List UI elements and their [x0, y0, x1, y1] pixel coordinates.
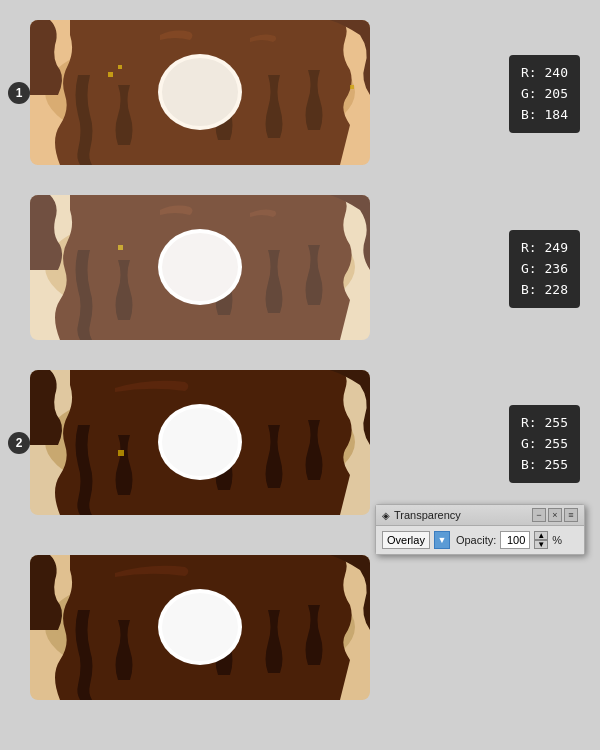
svg-rect-9 [30, 20, 370, 165]
panel-menu-button[interactable]: ≡ [564, 508, 578, 522]
panel-icon: ◈ [382, 510, 390, 521]
color-badge-3: R: 255 G: 255 B: 255 [509, 405, 580, 483]
step-number-2: 2 [8, 432, 30, 454]
donut-image-4 [30, 555, 370, 700]
blend-mode-select[interactable]: Overlay [382, 531, 430, 549]
step-number-1: 1 [8, 82, 30, 104]
panel-minimize-button[interactable]: − [532, 508, 546, 522]
color-badge-2: R: 249 G: 236 B: 228 [509, 230, 580, 308]
panel-close-button[interactable]: × [548, 508, 562, 522]
panel-title: Transparency [394, 509, 461, 521]
opacity-increment-button[interactable]: ▲ [534, 531, 548, 540]
panel-body: Overlay ▼ Opacity: ▲ ▼ % [376, 526, 584, 554]
svg-point-31 [162, 593, 238, 661]
panel-titlebar: ◈ Transparency − × ≡ [376, 505, 584, 526]
svg-rect-18 [30, 195, 370, 340]
blend-mode-dropdown-arrow[interactable]: ▼ [434, 531, 450, 549]
opacity-stepper: ▲ ▼ [534, 531, 548, 549]
opacity-input[interactable] [500, 531, 530, 549]
color-badge-1: R: 240 G: 205 B: 184 [509, 55, 580, 133]
donut-image-2 [30, 195, 370, 340]
opacity-label: Opacity: [456, 534, 496, 546]
svg-rect-25 [118, 450, 124, 456]
donut-image-3 [30, 370, 370, 515]
donut-image-1 [30, 20, 370, 165]
svg-point-24 [162, 408, 238, 476]
opacity-decrement-button[interactable]: ▼ [534, 540, 548, 549]
percent-label: % [552, 534, 562, 546]
transparency-panel: ◈ Transparency − × ≡ Overlay ▼ Opacity: … [375, 504, 585, 555]
